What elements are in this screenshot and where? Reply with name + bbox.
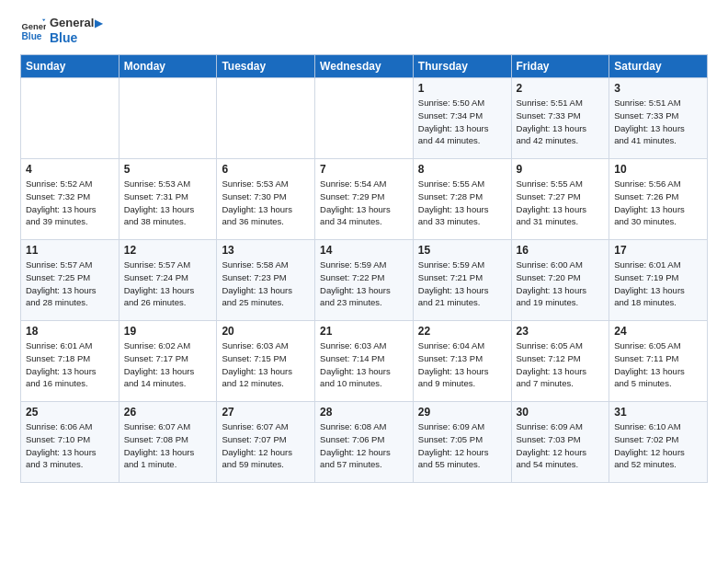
- calendar-cell: 3Sunrise: 5:51 AM Sunset: 7:33 PM Daylig…: [609, 78, 708, 159]
- day-info: Sunrise: 5:52 AM Sunset: 7:32 PM Dayligh…: [26, 178, 114, 228]
- calendar-cell: 8Sunrise: 5:55 AM Sunset: 7:28 PM Daylig…: [413, 159, 511, 240]
- day-info: Sunrise: 6:04 AM Sunset: 7:13 PM Dayligh…: [418, 339, 506, 390]
- day-number: 31: [614, 406, 702, 419]
- day-number: 3: [614, 82, 702, 95]
- day-number: 10: [614, 163, 702, 176]
- day-number: 8: [418, 163, 506, 176]
- day-number: 5: [124, 163, 212, 176]
- day-number: 16: [517, 244, 605, 257]
- weekday-header-monday: Monday: [119, 55, 217, 78]
- day-info: Sunrise: 5:51 AM Sunset: 7:33 PM Dayligh…: [614, 97, 702, 147]
- calendar-cell: 31Sunrise: 6:10 AM Sunset: 7:02 PM Dayli…: [609, 402, 708, 483]
- calendar-cell: 10Sunrise: 5:56 AM Sunset: 7:26 PM Dayli…: [609, 159, 708, 240]
- day-number: 23: [517, 325, 605, 338]
- weekday-header-row: SundayMondayTuesdayWednesdayThursdayFrid…: [21, 55, 708, 78]
- calendar-cell: 27Sunrise: 6:07 AM Sunset: 7:07 PM Dayli…: [217, 402, 315, 483]
- svg-text:Blue: Blue: [22, 31, 42, 41]
- day-info: Sunrise: 5:57 AM Sunset: 7:25 PM Dayligh…: [26, 259, 114, 309]
- header: General Blue General▶ Blue: [20, 17, 708, 45]
- calendar-week-row: 25Sunrise: 6:06 AM Sunset: 7:10 PM Dayli…: [21, 402, 708, 483]
- day-info: Sunrise: 6:01 AM Sunset: 7:18 PM Dayligh…: [26, 339, 114, 390]
- calendar-cell: 16Sunrise: 6:00 AM Sunset: 7:20 PM Dayli…: [511, 240, 609, 321]
- day-number: 30: [517, 406, 605, 419]
- day-number: 25: [26, 406, 114, 419]
- day-number: 6: [222, 163, 310, 176]
- day-info: Sunrise: 5:58 AM Sunset: 7:23 PM Dayligh…: [222, 259, 310, 309]
- day-info: Sunrise: 6:01 AM Sunset: 7:19 PM Dayligh…: [614, 259, 702, 309]
- calendar-cell: 23Sunrise: 6:05 AM Sunset: 7:12 PM Dayli…: [511, 321, 609, 402]
- day-number: 15: [418, 244, 506, 257]
- svg-marker-3: [42, 18, 45, 20]
- calendar-cell: 2Sunrise: 5:51 AM Sunset: 7:33 PM Daylig…: [511, 78, 609, 159]
- day-number: 18: [26, 325, 114, 338]
- day-info: Sunrise: 6:09 AM Sunset: 7:03 PM Dayligh…: [517, 420, 605, 471]
- day-number: 29: [418, 406, 506, 419]
- calendar-cell: 18Sunrise: 6:01 AM Sunset: 7:18 PM Dayli…: [21, 321, 119, 402]
- day-number: 21: [320, 325, 408, 338]
- day-info: Sunrise: 5:59 AM Sunset: 7:22 PM Dayligh…: [320, 259, 408, 309]
- day-number: 9: [517, 163, 605, 176]
- day-number: 4: [26, 163, 114, 176]
- calendar-cell: 4Sunrise: 5:52 AM Sunset: 7:32 PM Daylig…: [21, 159, 119, 240]
- calendar-cell: 30Sunrise: 6:09 AM Sunset: 7:03 PM Dayli…: [511, 402, 609, 483]
- calendar-table: SundayMondayTuesdayWednesdayThursdayFrid…: [20, 54, 708, 483]
- day-number: 7: [320, 163, 408, 176]
- calendar-week-row: 1Sunrise: 5:50 AM Sunset: 7:34 PM Daylig…: [21, 78, 708, 159]
- calendar-cell: 12Sunrise: 5:57 AM Sunset: 7:24 PM Dayli…: [119, 240, 217, 321]
- weekday-header-thursday: Thursday: [413, 55, 511, 78]
- day-info: Sunrise: 5:57 AM Sunset: 7:24 PM Dayligh…: [124, 259, 212, 309]
- day-info: Sunrise: 5:53 AM Sunset: 7:31 PM Dayligh…: [124, 178, 212, 228]
- day-info: Sunrise: 5:56 AM Sunset: 7:26 PM Dayligh…: [614, 178, 702, 228]
- day-info: Sunrise: 6:07 AM Sunset: 7:08 PM Dayligh…: [124, 420, 212, 471]
- day-number: 11: [26, 244, 114, 257]
- calendar-week-row: 4Sunrise: 5:52 AM Sunset: 7:32 PM Daylig…: [21, 159, 708, 240]
- day-number: 24: [614, 325, 702, 338]
- day-info: Sunrise: 5:55 AM Sunset: 7:27 PM Dayligh…: [517, 178, 605, 228]
- calendar-cell: 21Sunrise: 6:03 AM Sunset: 7:14 PM Dayli…: [315, 321, 414, 402]
- calendar-cell: 6Sunrise: 5:53 AM Sunset: 7:30 PM Daylig…: [217, 159, 315, 240]
- weekday-header-wednesday: Wednesday: [315, 55, 414, 78]
- day-info: Sunrise: 6:03 AM Sunset: 7:15 PM Dayligh…: [222, 339, 310, 390]
- calendar-cell: 9Sunrise: 5:55 AM Sunset: 7:27 PM Daylig…: [511, 159, 609, 240]
- day-info: Sunrise: 6:09 AM Sunset: 7:05 PM Dayligh…: [418, 420, 506, 471]
- day-number: 20: [222, 325, 310, 338]
- calendar-week-row: 18Sunrise: 6:01 AM Sunset: 7:18 PM Dayli…: [21, 321, 708, 402]
- day-info: Sunrise: 5:55 AM Sunset: 7:28 PM Dayligh…: [418, 178, 506, 228]
- day-info: Sunrise: 6:05 AM Sunset: 7:12 PM Dayligh…: [517, 339, 605, 390]
- day-number: 14: [320, 244, 408, 257]
- day-info: Sunrise: 6:07 AM Sunset: 7:07 PM Dayligh…: [222, 420, 310, 471]
- day-info: Sunrise: 6:03 AM Sunset: 7:14 PM Dayligh…: [320, 339, 408, 390]
- day-number: 19: [124, 325, 212, 338]
- calendar-cell: 22Sunrise: 6:04 AM Sunset: 7:13 PM Dayli…: [413, 321, 511, 402]
- day-number: 2: [517, 82, 605, 95]
- logo-general: General▶: [50, 17, 102, 30]
- calendar-cell: 1Sunrise: 5:50 AM Sunset: 7:34 PM Daylig…: [413, 78, 511, 159]
- day-info: Sunrise: 5:51 AM Sunset: 7:33 PM Dayligh…: [517, 97, 605, 147]
- weekday-header-saturday: Saturday: [609, 55, 708, 78]
- calendar-cell: 5Sunrise: 5:53 AM Sunset: 7:31 PM Daylig…: [119, 159, 217, 240]
- day-number: 1: [418, 82, 506, 95]
- calendar-cell: [119, 78, 217, 159]
- day-info: Sunrise: 5:53 AM Sunset: 7:30 PM Dayligh…: [222, 178, 310, 228]
- logo: General Blue General▶ Blue: [20, 17, 102, 45]
- day-info: Sunrise: 6:08 AM Sunset: 7:06 PM Dayligh…: [320, 420, 408, 471]
- day-number: 27: [222, 406, 310, 419]
- calendar-cell: 29Sunrise: 6:09 AM Sunset: 7:05 PM Dayli…: [413, 402, 511, 483]
- calendar-cell: 11Sunrise: 5:57 AM Sunset: 7:25 PM Dayli…: [21, 240, 119, 321]
- day-info: Sunrise: 6:00 AM Sunset: 7:20 PM Dayligh…: [517, 259, 605, 309]
- calendar-week-row: 11Sunrise: 5:57 AM Sunset: 7:25 PM Dayli…: [21, 240, 708, 321]
- calendar-cell: 13Sunrise: 5:58 AM Sunset: 7:23 PM Dayli…: [217, 240, 315, 321]
- day-number: 22: [418, 325, 506, 338]
- calendar-cell: [21, 78, 119, 159]
- calendar-cell: 17Sunrise: 6:01 AM Sunset: 7:19 PM Dayli…: [609, 240, 708, 321]
- logo-blue: Blue: [50, 30, 102, 45]
- svg-text:General: General: [22, 22, 46, 31]
- day-number: 26: [124, 406, 212, 419]
- calendar-cell: 26Sunrise: 6:07 AM Sunset: 7:08 PM Dayli…: [119, 402, 217, 483]
- calendar-cell: [315, 78, 414, 159]
- day-number: 28: [320, 406, 408, 419]
- calendar-cell: 7Sunrise: 5:54 AM Sunset: 7:29 PM Daylig…: [315, 159, 414, 240]
- day-info: Sunrise: 6:06 AM Sunset: 7:10 PM Dayligh…: [26, 420, 114, 471]
- calendar-cell: 14Sunrise: 5:59 AM Sunset: 7:22 PM Dayli…: [315, 240, 414, 321]
- calendar-cell: 15Sunrise: 5:59 AM Sunset: 7:21 PM Dayli…: [413, 240, 511, 321]
